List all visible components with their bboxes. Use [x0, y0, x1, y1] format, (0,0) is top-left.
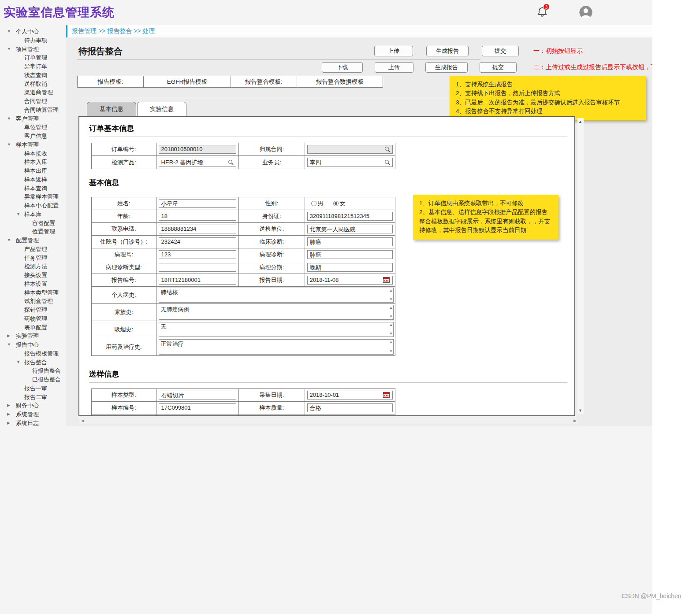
expand-arrow-icon[interactable]: ▶ [7, 401, 10, 410]
submit-button[interactable]: 提交 [482, 46, 519, 56]
text-input[interactable]: 合格 [307, 403, 393, 412]
sidebar-item[interactable]: 异常订单 [0, 62, 66, 71]
search-icon[interactable] [385, 160, 389, 164]
sidebar-item[interactable]: ▶财务中心 [0, 401, 66, 410]
horizontal-scrollbar[interactable]: ◀ ▶ [79, 418, 578, 424]
textarea-input[interactable]: 正常治疗▲▼ [159, 339, 394, 355]
sidebar-item[interactable]: 状态查询 [0, 71, 66, 80]
sidebar-item[interactable]: 单位管理 [0, 123, 66, 132]
expand-arrow-icon[interactable]: ▶ [7, 419, 10, 428]
collapse-arrow-icon[interactable]: ▼ [7, 27, 11, 36]
sidebar-item[interactable]: ▼配置管理 [0, 236, 66, 245]
scroll-down-icon[interactable]: ▼ [389, 332, 393, 336]
generate-report-button[interactable]: 生成报告 [425, 62, 468, 73]
sidebar-item[interactable]: 表单配置 [0, 323, 66, 332]
breadcrumb[interactable]: 报告管理 >> 报告整合 >> 处理 [72, 27, 155, 35]
text-input[interactable]: 18888881234 [159, 225, 236, 233]
sidebar-item[interactable]: 容器配置 [0, 219, 66, 228]
submit-button[interactable]: 提交 [480, 62, 517, 73]
scroll-down-icon[interactable]: ▼ [578, 408, 582, 413]
sidebar-item[interactable]: 样本查询 [0, 184, 66, 193]
text-input[interactable]: 2018010500010 [159, 145, 236, 154]
download-button[interactable]: 下载 [322, 62, 363, 73]
sidebar-item[interactable]: 样本设置 [0, 280, 66, 289]
sidebar-item[interactable]: 合同管理 [0, 97, 66, 106]
scroll-up-icon[interactable]: ▲ [389, 323, 393, 327]
radio-option[interactable]: 女 [333, 200, 346, 207]
search-icon[interactable] [228, 160, 232, 164]
collapse-arrow-icon[interactable]: ▼ [7, 45, 11, 54]
text-input[interactable]: 小星星 [159, 199, 236, 208]
search-input[interactable]: 李四 [307, 158, 393, 167]
text-input[interactable]: 18 [159, 212, 236, 221]
scroll-down-icon[interactable]: ▼ [389, 298, 393, 301]
date-input[interactable]: 2018-11-08 [307, 276, 393, 285]
search-icon[interactable] [385, 147, 389, 151]
sidebar-item[interactable]: 试剂盒管理 [0, 297, 66, 306]
sidebar-item[interactable]: 产品管理 [0, 245, 66, 254]
sidebar-item[interactable]: 客户信息 [0, 132, 66, 141]
sidebar-item[interactable]: 样本出库 [0, 166, 66, 175]
sidebar-item[interactable]: 样本返样 [0, 175, 66, 184]
sidebar-item[interactable]: ▼报告整合 [0, 358, 66, 367]
sidebar-item[interactable]: ▼个人中心 [0, 27, 66, 36]
scroll-up-icon[interactable]: ▲ [578, 119, 582, 124]
sidebar-item[interactable]: 接头设置 [0, 271, 66, 280]
sidebar-item[interactable]: ▼项目管理 [0, 45, 66, 54]
textarea-input[interactable]: 无▲▼ [159, 322, 394, 337]
sidebar-item[interactable]: 任务管理 [0, 254, 66, 263]
sidebar-item[interactable]: 样本类型管理 [0, 289, 66, 297]
sidebar-item[interactable]: 检测方法 [0, 262, 66, 271]
radio-icon[interactable] [311, 201, 316, 206]
sidebar-item[interactable]: ▼样本管理 [0, 141, 66, 149]
sidebar-item[interactable]: 样本接收 [0, 149, 66, 158]
text-input[interactable]: 18RT12180001 [159, 276, 236, 285]
sidebar-item[interactable]: 样本中心配置 [0, 201, 66, 210]
sidebar-item[interactable]: 探针管理 [0, 306, 66, 314]
sidebar-item[interactable]: 异常样本管理 [0, 192, 66, 201]
sidebar-item[interactable]: 已报告整合 [0, 375, 66, 384]
sidebar-item[interactable]: ▼报告中心 [0, 340, 66, 349]
date-input[interactable]: 2018-10-01 [307, 391, 393, 399]
sidebar-item[interactable]: 合同结算管理 [0, 106, 66, 115]
expand-arrow-icon[interactable]: ▶ [7, 410, 10, 419]
text-input[interactable]: 肺癌 [307, 237, 393, 246]
text-input[interactable] [159, 263, 236, 272]
sidebar-item[interactable]: 待办事项 [0, 36, 66, 45]
textarea-input[interactable]: 无肺癌病例▲▼ [159, 305, 394, 320]
user-avatar[interactable] [579, 5, 593, 19]
text-input[interactable]: 石蜡切片 [159, 391, 236, 399]
collapse-arrow-icon[interactable]: ▼ [7, 141, 11, 149]
calendar-icon[interactable] [383, 277, 390, 283]
vertical-scrollbar[interactable]: ▲ ▼ [577, 118, 584, 414]
upload-button[interactable]: 上传 [374, 46, 413, 56]
scroll-down-icon[interactable]: ▼ [389, 315, 393, 318]
sidebar-item[interactable]: ▼客户管理 [0, 115, 66, 123]
tab-inactive[interactable]: 实验信息 [137, 102, 186, 116]
scroll-left-icon[interactable]: ◀ [81, 418, 84, 423]
upload-button[interactable]: 上传 [375, 62, 413, 73]
collapse-arrow-icon[interactable]: ▼ [7, 115, 11, 123]
sidebar-item[interactable]: 待报告整合 [0, 366, 66, 375]
sidebar-item[interactable]: ▼样本库 [0, 210, 66, 219]
expand-arrow-icon[interactable]: ▶ [7, 332, 10, 340]
sidebar-item[interactable]: 送样取消 [0, 80, 66, 89]
sidebar-item[interactable]: 位置管理 [0, 227, 66, 236]
collapse-arrow-icon[interactable]: ▼ [7, 340, 11, 349]
sidebar-item[interactable]: 订单管理 [0, 53, 66, 62]
sidebar-item[interactable]: ▶系统管理 [0, 410, 66, 419]
text-input[interactable]: 17C099801 [159, 403, 236, 412]
scroll-up-icon[interactable]: ▲ [389, 340, 393, 344]
text-input[interactable]: 肺癌 [307, 250, 393, 259]
textarea-input[interactable]: 肺结核▲▼ [159, 288, 394, 303]
text-input[interactable]: 晚期 [307, 263, 393, 272]
generate-report-button[interactable]: 生成报告 [426, 46, 469, 56]
search-input[interactable]: HER-2 基因扩增 [159, 158, 236, 167]
sidebar-item[interactable]: 报告二审 [0, 393, 66, 402]
tab-active[interactable]: 基本信息 [87, 102, 136, 116]
calendar-icon[interactable] [383, 392, 390, 398]
sidebar-item[interactable]: 渠道商管理 [0, 88, 66, 97]
notification-bell-icon[interactable]: 3 [536, 6, 549, 19]
collapse-arrow-icon[interactable]: ▼ [7, 236, 11, 245]
text-input[interactable]: 123 [159, 250, 236, 259]
